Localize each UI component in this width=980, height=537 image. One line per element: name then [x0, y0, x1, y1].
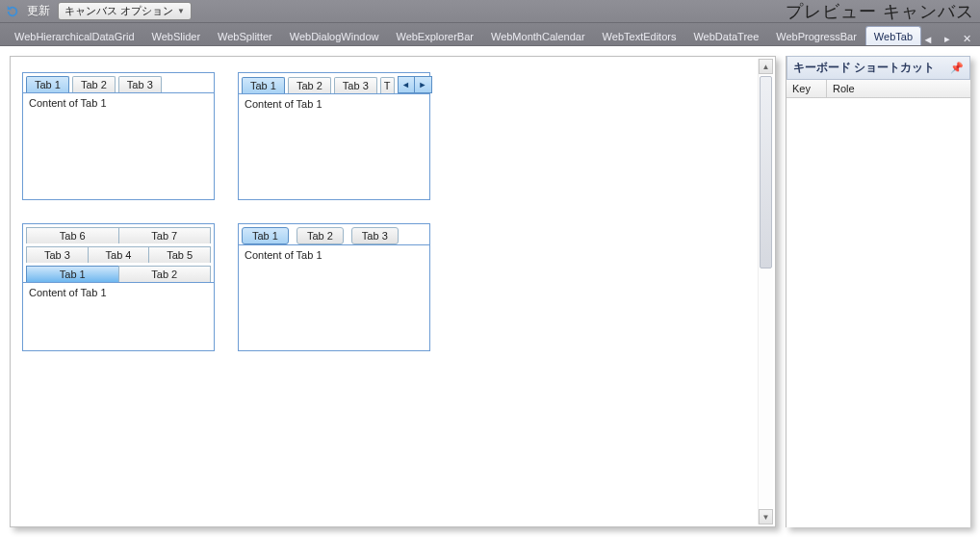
tab-row: Tab 1 Tab 2 Tab 3: [239, 224, 429, 244]
row-2: Tab 6 Tab 7 Tab 3 Tab 4 Tab 5 Tab 1: [22, 223, 763, 351]
webtab-demo-2: Tab 1 Tab 2 Tab 3 T ◄ ► Content of Tab 1: [238, 72, 430, 200]
refresh-icon[interactable]: [6, 5, 19, 18]
tab-1[interactable]: Tab 1: [242, 227, 289, 244]
scroll-up-icon[interactable]: ▲: [759, 59, 773, 74]
canvas-options-label: キャンバス オプション: [64, 4, 173, 18]
tab-2[interactable]: Tab 2: [118, 266, 212, 282]
tabstrip-controls: ◄ ▸ ✕: [921, 33, 975, 45]
tab-row: Tab 1 Tab 2 Tab 3 T ◄ ►: [239, 73, 429, 93]
grid-header: Key Role: [787, 80, 970, 98]
tab-1[interactable]: Tab 1: [26, 76, 69, 92]
shortcuts-panel: キーボード ショートカット 📌 Key Role: [786, 56, 970, 527]
tab-row-multirow: Tab 6 Tab 7 Tab 3 Tab 4 Tab 5 Tab 1: [23, 224, 214, 282]
tab-1[interactable]: Tab 1: [26, 266, 118, 282]
tab-webdatatree[interactable]: WebDataTree: [684, 26, 767, 45]
tab-3[interactable]: Tab 3: [334, 77, 377, 93]
canvas-inner: Tab 1 Tab 2 Tab 3 Content of Tab 1 Tab 1…: [11, 57, 775, 390]
canvas-options-button[interactable]: キャンバス オプション ▼: [58, 2, 192, 20]
top-toolbar: 更新 キャンバス オプション ▼ プレビュー キャンバス: [0, 0, 980, 23]
tab-1[interactable]: Tab 1: [242, 77, 285, 93]
tab-scroll-buttons: ◄ ►: [398, 76, 432, 93]
scrollbar-thumb[interactable]: [760, 76, 772, 268]
scroll-right-icon[interactable]: ►: [415, 76, 432, 93]
tab-4-truncated[interactable]: T: [380, 77, 395, 93]
canvas-scroll-container: Tab 1 Tab 2 Tab 3 Content of Tab 1 Tab 1…: [10, 56, 776, 527]
tab-content: Content of Tab 1: [23, 282, 214, 349]
tab-websplitter[interactable]: WebSplitter: [209, 26, 281, 45]
tab-4[interactable]: Tab 4: [88, 246, 149, 263]
tab-webtab[interactable]: WebTab: [865, 26, 921, 45]
tab-2[interactable]: Tab 2: [297, 227, 344, 244]
webtab-demo-3: Tab 6 Tab 7 Tab 3 Tab 4 Tab 5 Tab 1: [22, 223, 215, 351]
scroll-down-icon[interactable]: ▼: [759, 509, 773, 524]
tab-webmonthcalendar[interactable]: WebMonthCalendar: [482, 26, 594, 45]
scroll-left-icon[interactable]: ◄: [921, 34, 935, 45]
tab-webtexteditors[interactable]: WebTextEditors: [594, 26, 685, 45]
canvas-zone: Tab 1 Tab 2 Tab 3 Content of Tab 1 Tab 1…: [0, 46, 786, 537]
refresh-label[interactable]: 更新: [27, 3, 50, 19]
tab-webexplorerbar[interactable]: WebExplorerBar: [387, 26, 482, 45]
app-frame: 更新 キャンバス オプション ▼ プレビュー キャンバス WebHierarch…: [0, 0, 980, 537]
vertical-scrollbar[interactable]: ▲ ▼: [758, 59, 773, 524]
col-key[interactable]: Key: [787, 80, 827, 97]
tab-webhierarchicaldatagrid[interactable]: WebHierarchicalDataGrid: [6, 26, 143, 45]
tab-5[interactable]: Tab 5: [148, 246, 211, 263]
scroll-right-icon[interactable]: ▸: [941, 33, 954, 45]
tab-2[interactable]: Tab 2: [288, 77, 331, 93]
panel-title: キーボード ショートカット: [793, 60, 935, 76]
tab-3[interactable]: Tab 3: [351, 227, 399, 244]
tab-7[interactable]: Tab 7: [118, 227, 212, 243]
col-role[interactable]: Role: [827, 80, 970, 97]
tab-webslider[interactable]: WebSlider: [143, 26, 210, 45]
tab-2[interactable]: Tab 2: [72, 76, 116, 92]
panel-header: キーボード ショートカット 📌: [787, 56, 970, 80]
row-1: Tab 1 Tab 2 Tab 3 Content of Tab 1 Tab 1…: [22, 72, 763, 200]
scroll-left-icon[interactable]: ◄: [398, 76, 415, 93]
tab-content: Content of Tab 1: [23, 92, 214, 198]
tab-webdialogwindow[interactable]: WebDialogWindow: [281, 26, 388, 45]
tab-content: Content of Tab 1: [239, 93, 429, 199]
tab-content: Content of Tab 1: [239, 244, 429, 350]
tab-6[interactable]: Tab 6: [26, 227, 118, 243]
main-area: Tab 1 Tab 2 Tab 3 Content of Tab 1 Tab 1…: [0, 46, 980, 537]
webtab-demo-4: Tab 1 Tab 2 Tab 3 Content of Tab 1: [238, 223, 430, 351]
close-icon[interactable]: ✕: [960, 33, 973, 45]
webtab-demo-1: Tab 1 Tab 2 Tab 3 Content of Tab 1: [22, 72, 215, 200]
tab-row: Tab 1 Tab 2 Tab 3: [23, 73, 214, 92]
tab-3[interactable]: Tab 3: [26, 246, 88, 263]
tab-3[interactable]: Tab 3: [118, 76, 162, 92]
grid-body: [787, 98, 970, 527]
pin-icon[interactable]: 📌: [950, 62, 964, 74]
page-title: プレビュー キャンバス: [786, 0, 974, 23]
chevron-down-icon: ▼: [177, 7, 185, 15]
tab-webprogressbar[interactable]: WebProgressBar: [767, 26, 865, 45]
component-tabstrip: WebHierarchicalDataGrid WebSlider WebSpl…: [0, 23, 980, 46]
